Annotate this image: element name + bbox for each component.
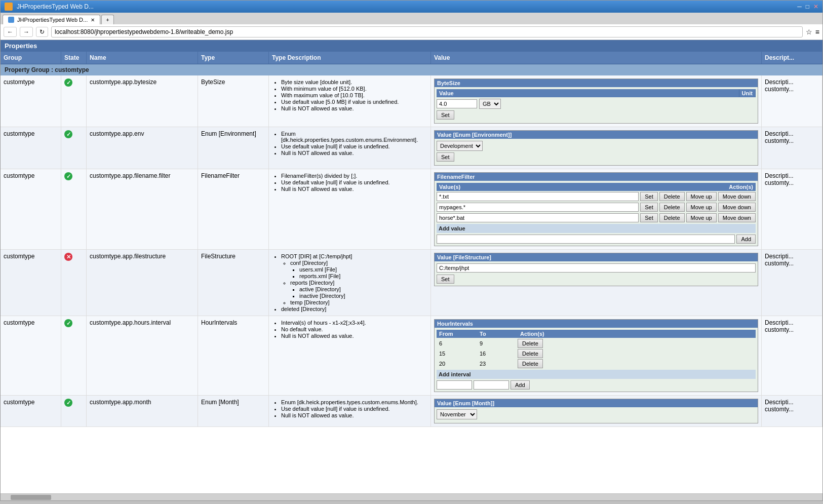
status-error-icon: ✕ (64, 253, 72, 261)
filter-add-section: Add value (437, 224, 756, 233)
filter-set-btn-0[interactable]: Set (640, 192, 658, 201)
app-icon (5, 3, 13, 11)
interval-from-1: 15 (437, 350, 477, 358)
row-name: customtype.app.month (87, 396, 198, 427)
url-input[interactable] (51, 26, 803, 37)
minimize-btn[interactable]: ─ (797, 3, 802, 10)
bookmark-icon[interactable]: ☆ (806, 28, 812, 36)
filter-value-input-1[interactable] (437, 203, 639, 212)
scrollbar-thumb[interactable] (11, 495, 51, 500)
filter-actions-label: Action(s) (726, 183, 756, 191)
enum-env-widget-title: Value [Enum [Environment]] (435, 131, 758, 139)
browser-window: JHPropertiesTyped Web D... ─ □ ✕ JHPrope… (0, 0, 823, 501)
row-type: FileStructure (198, 250, 269, 316)
row-name: customtype.app.bytesize (87, 75, 198, 127)
row-description: Descripti... customty... (762, 250, 822, 316)
refresh-button[interactable]: ↻ (36, 27, 48, 37)
row-type: FilenameFilter (198, 169, 269, 249)
col-typedesc: Type Description (269, 52, 431, 64)
interval-delete-2[interactable]: Delete (518, 359, 543, 368)
group-header: Property Group : customtype (1, 64, 822, 75)
filter-value-input-2[interactable] (437, 213, 639, 222)
row-name: customtype.app.filename.filter (87, 169, 198, 249)
filter-movedown-btn-1[interactable]: Move down (718, 203, 756, 212)
row-state: ✓ (61, 169, 87, 249)
filter-delete-btn-0[interactable]: Delete (659, 192, 685, 201)
row-group: customtype (1, 396, 61, 427)
active-tab[interactable]: JHPropertiesTyped Web D... ✕ (3, 15, 100, 24)
tab-label: JHPropertiesTyped Web D... (17, 17, 88, 23)
tab-close-icon[interactable]: ✕ (91, 17, 95, 23)
new-tab-btn[interactable]: + (101, 15, 113, 24)
interval-delete-0[interactable]: Delete (518, 339, 543, 348)
horizontal-scrollbar[interactable] (1, 493, 822, 500)
table-row: customtype ✓ customtype.app.hours.interv… (1, 316, 822, 396)
maximize-btn[interactable]: □ (806, 3, 809, 10)
row-typedesc: Enum [dk.heick.properties.types.custom.e… (269, 396, 431, 427)
row-state: ✓ (61, 316, 87, 395)
column-headers: Group State Name Type Type Description V… (1, 52, 822, 64)
nav-bar: ← → ↻ ☆ ≡ (1, 24, 822, 40)
row-group: customtype (1, 75, 61, 127)
bytesize-value-input[interactable] (437, 99, 477, 108)
row-group: customtype (1, 316, 61, 395)
filter-moveup-btn-0[interactable]: Move up (686, 192, 717, 201)
enum-env-set-button[interactable]: Set (437, 152, 454, 162)
interval-to-0: 9 (477, 339, 518, 347)
row-typedesc: Interval(s) of hours - x1-x2[;x3-x4]. No… (269, 316, 431, 395)
forward-button[interactable]: → (20, 27, 33, 37)
hourintervals-widget-title: HourIntervals (435, 320, 758, 328)
filter-add-btn[interactable]: Add (736, 235, 756, 244)
filter-value-input-0[interactable] (437, 192, 639, 201)
close-btn[interactable]: ✕ (813, 3, 818, 10)
row-name: customtype.app.filestructure (87, 250, 198, 316)
enum-month-select[interactable]: JanuaryFebruaryMarch AprilMayJune JulyAu… (437, 409, 477, 419)
table-row: customtype ✓ customtype.app.bytesize Byt… (1, 75, 822, 127)
bytesize-value-label: Value (437, 89, 739, 97)
bytesize-set-button[interactable]: Set (437, 110, 454, 120)
interval-add-btn[interactable]: Add (511, 380, 530, 390)
filter-set-btn-2[interactable]: Set (640, 213, 658, 222)
enum-env-select[interactable]: DevelopmentTestProduction (437, 141, 483, 151)
filter-set-btn-1[interactable]: Set (640, 203, 658, 212)
filter-moveup-btn-2[interactable]: Move up (686, 213, 717, 222)
row-type: Enum [Environment] (198, 127, 269, 169)
row-description: Descripti... customty... (762, 396, 822, 427)
filter-moveup-btn-1[interactable]: Move up (686, 203, 717, 212)
row-value-filenamefilter: FilenameFilter Value(s) Action(s) Set De… (431, 169, 762, 249)
row-type: Enum [Month] (198, 396, 269, 427)
interval-from-2: 20 (437, 360, 477, 368)
filter-delete-btn-2[interactable]: Delete (659, 213, 685, 222)
row-value-enum-env: Value [Enum [Environment]] DevelopmentTe… (431, 127, 762, 169)
row-value-filestructure: Value [FileStructure] Set (431, 250, 762, 316)
tab-favicon (8, 17, 14, 23)
status-ok-icon: ✓ (64, 79, 72, 87)
row-typedesc: Enum [dk.heick.properties.types.custom.e… (269, 127, 431, 169)
interval-to-2: 23 (477, 360, 518, 368)
interval-delete-1[interactable]: Delete (518, 349, 543, 358)
table-row: customtype ✓ customtype.app.month Enum [… (1, 396, 822, 427)
filter-delete-btn-1[interactable]: Delete (659, 203, 685, 212)
row-name: customtype.app.env (87, 127, 198, 169)
filestructure-value-input[interactable] (437, 263, 756, 273)
interval-from-0: 6 (437, 339, 477, 347)
filter-add-input[interactable] (437, 235, 735, 244)
row-group: customtype (1, 250, 61, 316)
row-state: ✓ (61, 75, 87, 127)
row-description: Descripti... customty... (762, 169, 822, 249)
title-bar: JHPropertiesTyped Web D... ─ □ ✕ (1, 1, 822, 13)
filestructure-set-button[interactable]: Set (437, 275, 454, 284)
row-type: HourIntervals (198, 316, 269, 395)
window-title: JHPropertiesTyped Web D... (17, 3, 94, 10)
filter-movedown-btn-0[interactable]: Move down (718, 192, 756, 201)
table-row: customtype ✓ customtype.app.env Enum [En… (1, 127, 822, 169)
interval-to-input[interactable] (474, 380, 509, 390)
bytesize-widget-title: ByteSize (435, 79, 758, 87)
interval-from-input[interactable] (437, 380, 472, 390)
back-button[interactable]: ← (4, 27, 17, 37)
menu-icon[interactable]: ≡ (815, 28, 819, 36)
bytesize-unit-select[interactable]: GBKBMBTB (479, 99, 501, 109)
col-name: Name (87, 52, 198, 64)
row-value-bytesize: ByteSize Value Unit GBKBMBTB Set (431, 75, 762, 127)
filter-movedown-btn-2[interactable]: Move down (718, 213, 756, 222)
